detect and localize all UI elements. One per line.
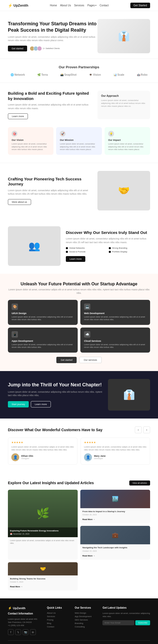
article-4-date: October 5, 2023 xyxy=(10,581,76,583)
author-title-1: Designer xyxy=(21,457,33,460)
newsletter-subscribe-button[interactable]: Subscribe xyxy=(135,620,150,625)
footer-link-contact[interactable]: Contact xyxy=(47,626,70,628)
social-facebook-icon[interactable]: f xyxy=(8,629,14,635)
featured-article-title: Exploring Future Renewable Energy Innova… xyxy=(10,530,76,532)
calendar-icon: 📅 xyxy=(10,533,12,535)
testimonial-cards-row: ★★★★★ Lorem ipsum dolor sit amet, consec… xyxy=(8,438,150,465)
article-3-read-more[interactable]: Read More → xyxy=(82,555,95,557)
vision-label: Vision xyxy=(93,73,101,76)
view-all-articles-button[interactable]: View all articles xyxy=(129,480,150,486)
avatar-3 xyxy=(37,46,42,51)
uiux-icon: 🎨 xyxy=(12,304,18,310)
mission-icon: 🚀 xyxy=(60,131,66,137)
feature-dot-3 xyxy=(66,251,68,253)
footer-link-pricing[interactable]: Pricing xyxy=(47,619,70,621)
article-2-read-more[interactable]: Read More → xyxy=(82,518,95,521)
crafting-section: Crafting Your Pioneering Tech Success Jo… xyxy=(0,163,158,218)
footer-service-consulting[interactable]: Consulting xyxy=(75,626,97,628)
nav-about[interactable]: About Us xyxy=(60,4,71,7)
navbar: ⚡ UpZenith Home About Us Services Pages▾… xyxy=(0,0,158,11)
nav-contact[interactable]: Contact xyxy=(100,4,108,7)
appdev-description: Lorem ipsum dolor sit amet, consectetur … xyxy=(12,343,74,349)
article-4-image: 🤝 xyxy=(8,562,78,575)
nav-logo: ⚡ UpZenith xyxy=(8,3,28,8)
testimonials-section: Discover What Our Wonderful Customers Ha… xyxy=(0,419,158,473)
featured-article-excerpt: Lorem ipsum dolor sit amet, consectetur … xyxy=(10,539,76,545)
cta-image: 👔 xyxy=(108,379,150,411)
building-heading: Building a Bold and Exciting Future Igni… xyxy=(8,91,92,101)
uiux-description: Lorem ipsum dolor sit amet, consectetur … xyxy=(12,316,74,321)
standout-section: 👥 Discover Why Our Services truly Stand … xyxy=(0,218,158,274)
nav-pages[interactable]: Pages▾ xyxy=(87,4,96,7)
article-3-image: 💼 xyxy=(80,526,150,544)
footer-service-seo[interactable]: SEO Services xyxy=(75,619,97,621)
service-card-uiux: 🎨 UI/UX Design Lorem ipsum dolor sit ame… xyxy=(8,300,78,325)
newsletter-email-input[interactable] xyxy=(102,620,134,625)
advantage-get-started-button[interactable]: Get started xyxy=(56,357,77,363)
network-label: Network xyxy=(14,73,25,76)
footer-link-about[interactable]: About Us xyxy=(47,612,70,614)
uiux-title: UI/UX Design xyxy=(12,312,74,315)
article-card-featured: 🌿 Exploring Future Renewable Energy Inno… xyxy=(8,490,78,560)
testimonial-card-2: ★★★★★ Lorem ipsum dolor sit amet, consec… xyxy=(81,438,150,465)
logo-text: UpZenith xyxy=(13,3,28,7)
partner-network: 🌐 Network xyxy=(11,73,25,76)
logo-icon: ⚡ xyxy=(8,3,12,8)
feature-label-3: Social & Promote xyxy=(69,251,86,253)
robo-label: Robo xyxy=(141,73,148,76)
snapshot-icon: 📸 xyxy=(60,73,63,76)
cloud-icon: ☁️ xyxy=(84,331,90,338)
nav-cta-button[interactable]: Get Started xyxy=(130,3,150,8)
building-learn-more-button[interactable]: Learn more xyxy=(8,113,28,119)
footer-newsletter-col: Get Latest Updates Lorem ipsum dolor sit… xyxy=(102,606,150,635)
footer-services-col: Our Services Web Design App Development … xyxy=(75,606,97,635)
webdev-title: Web Development xyxy=(84,312,146,315)
footer-service-branding[interactable]: Branding xyxy=(75,622,97,624)
nav-home[interactable]: Home xyxy=(50,4,57,7)
footer-social-icons: f 𝕏 📷 in xyxy=(8,629,42,635)
appdev-icon: 📱 xyxy=(12,331,18,338)
feature-portfolio-display: Portfolio Display xyxy=(109,251,150,253)
hero-image-graphic: 👔 xyxy=(118,31,130,42)
footer-service-appdev[interactable]: App Development xyxy=(75,615,97,618)
cta-start-button[interactable]: Start journey xyxy=(8,401,29,407)
social-instagram-icon[interactable]: 📷 xyxy=(23,629,28,635)
article-3-title: Navigating the Tech Landscape with Insig… xyxy=(82,546,148,549)
crafting-image: 🤝 xyxy=(97,171,150,210)
nav-services[interactable]: Services xyxy=(74,4,84,7)
standout-image-graphic: 👥 xyxy=(28,241,40,252)
author-title-2: Developer xyxy=(94,457,106,460)
feature-label-1: Global Networks xyxy=(69,247,85,249)
hero-cta-button[interactable]: Get started xyxy=(8,46,27,51)
footer-service-webdesign[interactable]: Web Design xyxy=(75,612,97,614)
partner-snapshot: 📸 SnapShot xyxy=(60,73,77,76)
article-4-read-more[interactable]: Read More → xyxy=(10,585,23,588)
footer-link-blog[interactable]: Blog xyxy=(47,622,70,624)
mission-title: Our Mission xyxy=(60,139,98,141)
footer-quick-links-col: Quick Links About Us Services Pricing Bl… xyxy=(47,606,70,635)
mission-description: Lorem ipsum dolor sit amet, consectetur … xyxy=(60,143,98,151)
hero-image: 👔 xyxy=(97,19,150,53)
social-twitter-icon[interactable]: 𝕏 xyxy=(15,629,21,635)
cta-description: Lorem ipsum dolor sit amet, consectetur … xyxy=(8,390,103,397)
next-arrow-button[interactable]: › xyxy=(143,426,150,433)
building-section: Building a Bold and Exciting Future Igni… xyxy=(0,83,158,127)
footer-contact-col: ⚡ UpZenith Contact Information Lorem ips… xyxy=(8,606,42,635)
partner-vision: 👁️ Vision xyxy=(89,73,101,76)
social-linkedin-icon[interactable]: in xyxy=(30,629,36,635)
service-card-cloud: ☁️ Cloud Services Lorem ipsum dolor sit … xyxy=(80,328,150,353)
footer-logo-text: UpZenith xyxy=(13,607,26,610)
prev-arrow-button[interactable]: ‹ xyxy=(135,426,142,433)
vision-icon: 🎯 xyxy=(12,131,17,137)
standout-learn-more-button[interactable]: Learn more xyxy=(66,256,85,262)
cta-learn-more-button[interactable]: Learn more xyxy=(31,401,51,407)
newsletter-input-row: Subscribe xyxy=(102,620,150,625)
testimonial-card-1: ★★★★★ Lorem ipsum dolor sit amet, consec… xyxy=(8,438,77,465)
nav-links: Home About Us Services Pages▾ Contact xyxy=(50,4,109,7)
footer-link-services[interactable]: Services xyxy=(47,615,70,618)
advantage-our-services-button[interactable]: Our services xyxy=(79,357,102,363)
appdev-title: Apps Development xyxy=(12,340,74,342)
crafting-cta-button[interactable]: More about us xyxy=(8,199,31,205)
standout-heading: Discover Why Our Services truly Stand Ou… xyxy=(66,230,150,235)
cloud-title: Cloud Services xyxy=(84,340,146,342)
